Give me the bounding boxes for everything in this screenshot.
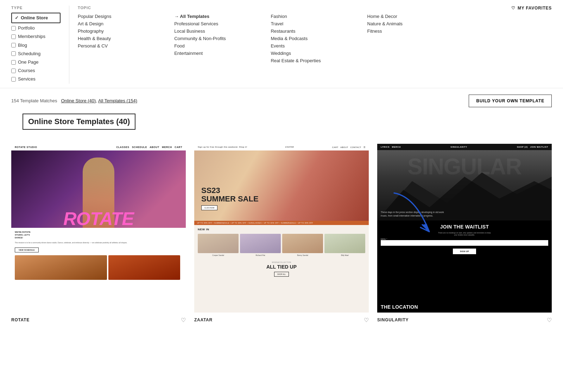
topic-events[interactable]: Events (271, 42, 359, 50)
topic-col-3: Fashion Travel Restaurants Media & Podca… (271, 13, 359, 64)
topic-home-decor[interactable]: Home & Decor (367, 13, 455, 20)
results-info: 154 Template Matches Online Store (40), … (11, 98, 137, 103)
results-link-online-store[interactable]: Online Store (40) (61, 98, 96, 103)
results-bar: 154 Template Matches Online Store (40), … (0, 88, 563, 114)
singularity-name: SINGULARITY (377, 317, 409, 322)
zaatar-product-img-3 (282, 234, 323, 253)
rotate-bottom-sub: The mission is to be a community-driven … (15, 242, 182, 244)
sing-join-sub: There are no meetings on wait, only upda… (436, 232, 493, 236)
zaatar-product-name-3: Bonny Sandal (297, 254, 308, 256)
sing-logo: SINGULARITY (450, 146, 467, 148)
filter-bar: ♡ MY FAVORITES TYPE ✓ Online Store Portf… (0, 0, 563, 88)
sing-location: THE LOCATION (377, 301, 552, 313)
topic-col-4: Home & Decor Nature & Animals Fitness (367, 13, 455, 64)
topic-entertainment[interactable]: Entertainment (174, 50, 262, 57)
template-card-singularity: LYRICS MERCH SINGULARITY SHOP [2] JOIN W… (377, 144, 552, 326)
topic-col-2: → All Templates Professional Services Lo… (174, 13, 262, 64)
zaatar-product-4: Billy Mael (324, 234, 365, 256)
topic-personal-cv[interactable]: Personal & CV (78, 42, 166, 50)
zaatar-product-2: Richard Flat (240, 234, 281, 256)
zaatar-hero-title: SS23SUMMER SALE (201, 186, 369, 203)
sing-email-wrap: EMAIL * (381, 238, 548, 246)
template-card-rotate: ROTATE STUDIO CLASSES SCHEDULE ABOUT MER… (11, 144, 186, 326)
topic-professional-services[interactable]: Professional Services (174, 20, 262, 27)
zaatar-hero-button[interactable]: CLICK NOW (201, 205, 217, 210)
topic-travel[interactable]: Travel (271, 20, 359, 27)
topic-real-estate[interactable]: Real Estate & Properties (271, 57, 359, 64)
my-favorites-button[interactable]: ♡ MY FAVORITES (511, 6, 552, 11)
zaatar-product-name-2: Richard Flat (256, 254, 265, 256)
zaatar-product-3: Bonny Sandal (282, 234, 323, 256)
template-card-zaatar: Sign up for free through this weekend. S… (194, 144, 369, 326)
build-own-template-button[interactable]: BUILD YOUR OWN TEMPLATE (469, 95, 552, 107)
sing-bottom: JOIN THE WAITLIST There are no meetings … (377, 220, 552, 301)
sing-nav-right: SHOP [2] JOIN WAITLIST (517, 146, 548, 148)
rotate-schedule-button[interactable]: VIEW SCHEDULE (15, 248, 39, 252)
singularity-footer: SINGULARITY ♡ (377, 313, 552, 326)
topic-popular-designs[interactable]: Popular Designs (78, 13, 166, 20)
topic-community-nonprofits[interactable]: Community & Non-Profits (174, 35, 262, 42)
zaatar-product-name-4: Billy Mael (341, 254, 348, 256)
type-header: TYPE (11, 6, 61, 10)
rotate-hero-title: ROTATE (11, 210, 186, 228)
zaatar-new-in-label: NEW IN (194, 225, 369, 234)
sing-hero-desc: These days in the press section display … (381, 211, 451, 218)
template-preview-singularity[interactable]: LYRICS MERCH SINGULARITY SHOP [2] JOIN W… (377, 144, 552, 313)
topic-media-podcasts[interactable]: Media & Podcasts (271, 35, 359, 42)
topic-restaurants[interactable]: Restaurants (271, 27, 359, 35)
template-preview-rotate[interactable]: ROTATE STUDIO CLASSES SCHEDULE ABOUT MER… (11, 144, 186, 313)
type-item-portfolio[interactable]: Portfolio (11, 24, 61, 32)
sing-signup-button[interactable]: SIGN UP (453, 249, 476, 254)
rotate-bottom-images (15, 255, 182, 280)
zaatar-ticker: UP TO 30% OFF • SUMMER&SALE • UP TO 30% … (194, 221, 369, 225)
type-item-blog[interactable]: Blog (11, 41, 61, 50)
topic-food[interactable]: Food (174, 42, 262, 50)
rotate-img1 (15, 255, 107, 280)
topic-local-business[interactable]: Local Business (174, 27, 262, 35)
type-item-memberships[interactable]: Memberships (11, 32, 61, 41)
zaatar-product-1: Cooper Sandal (198, 234, 239, 256)
topic-all-templates[interactable]: → All Templates (174, 13, 262, 20)
topic-header: TOPIC (78, 6, 552, 10)
zaatar-nav: Sign up for free through this weekend. S… (194, 144, 369, 150)
type-filter-col: TYPE ✓ Online Store Portfolio Membership… (11, 6, 61, 84)
type-item-scheduling[interactable]: Scheduling (11, 50, 61, 58)
results-count: 154 Template Matches (11, 98, 57, 103)
results-link-all-templates[interactable]: All Templates (154) (98, 98, 137, 103)
type-item-online-store[interactable]: ✓ Online Store (11, 13, 61, 23)
section-heading: Online Store Templates (40) (23, 114, 135, 130)
zaatar-logo: ZAATAR (285, 146, 294, 148)
rotate-favorite-button[interactable]: ♡ (181, 317, 186, 323)
type-item-courses[interactable]: Courses (11, 66, 61, 75)
zaatar-product-img-2 (240, 234, 281, 253)
rotate-footer: ROTATE ♡ (11, 313, 186, 326)
topic-nature-animals[interactable]: Nature & Animals (367, 20, 455, 27)
topic-fashion[interactable]: Fashion (271, 13, 359, 20)
topic-fitness[interactable]: Fitness (367, 27, 455, 35)
templates-grid: ROTATE STUDIO CLASSES SCHEDULE ABOUT MER… (0, 144, 563, 338)
singularity-favorite-button[interactable]: ♡ (547, 317, 552, 323)
rotate-name: ROTATE (11, 317, 30, 322)
sing-email-input[interactable] (381, 240, 548, 246)
filter-top: TYPE ✓ Online Store Portfolio Membership… (11, 6, 552, 84)
template-preview-zaatar[interactable]: Sign up for free through this weekend. S… (194, 144, 369, 313)
topic-art-design[interactable]: Art & Design (78, 20, 166, 27)
zaatar-collection-button[interactable]: SHOP ALL (274, 272, 289, 277)
zaatar-name: ZAATAR (194, 317, 213, 322)
type-item-services[interactable]: Services (11, 75, 61, 83)
heart-icon: ♡ (511, 6, 515, 11)
zaatar-favorite-button[interactable]: ♡ (364, 317, 369, 323)
rotate-bottom-text: WE'RE ROTATESTUDIO, LET'SDANCE! (15, 231, 182, 239)
templates-area: ROTATE STUDIO CLASSES SCHEDULE ABOUT MER… (0, 144, 563, 338)
zaatar-nav-right: CART ABOUT CONTACT ☰ (332, 146, 365, 148)
type-item-one-page[interactable]: One Page (11, 58, 61, 66)
vertical-divider (69, 6, 69, 84)
rotate-bottom: WE'RE ROTATESTUDIO, LET'SDANCE! The miss… (11, 228, 186, 313)
topic-photography[interactable]: Photography (78, 27, 166, 35)
rotate-logo: ROTATE STUDIO (15, 146, 37, 148)
sing-hero: SINGULAR These days in the press section… (377, 150, 552, 220)
sing-nav-left: LYRICS MERCH (381, 146, 401, 148)
topic-health-beauty[interactable]: Health & Beauty (78, 35, 166, 42)
topic-weddings[interactable]: Weddings (271, 50, 359, 57)
topic-filter-section: TOPIC Popular Designs Art & Design Photo… (78, 6, 552, 64)
